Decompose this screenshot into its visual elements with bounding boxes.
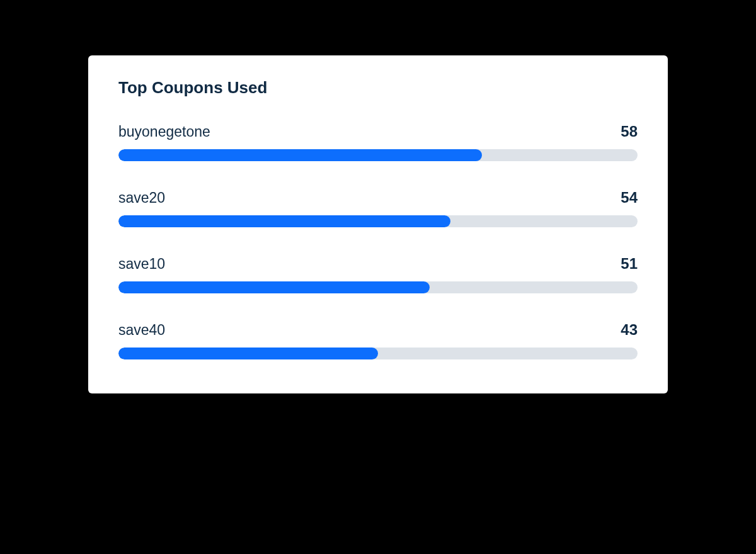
bar-fill <box>118 149 482 161</box>
bar-track <box>118 149 638 161</box>
bar-track <box>118 281 638 293</box>
bar-header: save10 51 <box>118 255 638 273</box>
bar-label: save40 <box>118 322 165 339</box>
bar-value: 58 <box>621 123 638 140</box>
bar-fill <box>118 215 450 227</box>
top-coupons-card: Top Coupons Used buyonegetone 58 save20 … <box>88 55 668 393</box>
bar-track <box>118 215 638 227</box>
bar-row: save20 54 <box>118 189 638 227</box>
bar-row: save40 43 <box>118 321 638 359</box>
bar-label: save20 <box>118 189 165 206</box>
bar-value: 43 <box>621 321 638 339</box>
bar-header: save40 43 <box>118 321 638 339</box>
bar-row: buyonegetone 58 <box>118 123 638 161</box>
bar-value: 51 <box>621 255 638 273</box>
bar-fill <box>118 281 430 293</box>
bar-fill <box>118 348 378 359</box>
card-title: Top Coupons Used <box>118 78 638 98</box>
bar-value: 54 <box>621 189 638 206</box>
bar-row: save10 51 <box>118 255 638 293</box>
bar-label: buyonegetone <box>118 123 210 140</box>
bar-header: buyonegetone 58 <box>118 123 638 140</box>
bar-track <box>118 348 638 359</box>
bar-label: save10 <box>118 256 165 273</box>
bar-header: save20 54 <box>118 189 638 206</box>
